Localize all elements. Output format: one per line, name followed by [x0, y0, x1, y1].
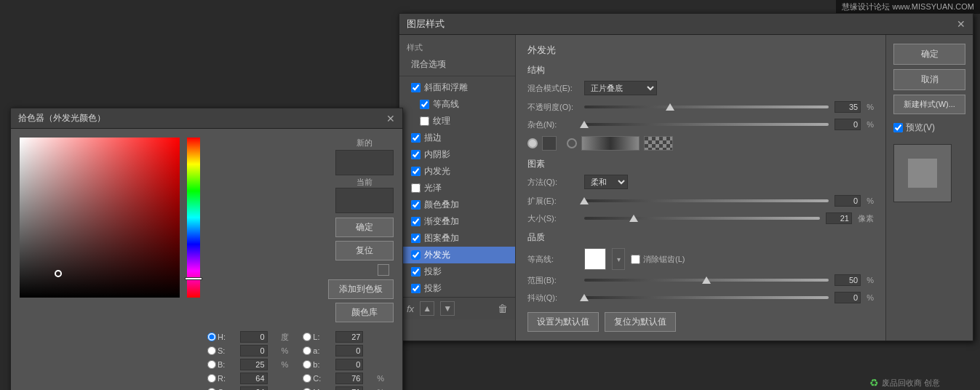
- fx-down-button[interactable]: ▼: [440, 301, 455, 316]
- color-overlay-item[interactable]: 颜色叠加: [399, 196, 515, 213]
- color-options-icon[interactable]: [378, 264, 389, 276]
- jitter-slider-track[interactable]: [584, 296, 829, 299]
- jitter-slider-thumb[interactable]: [580, 294, 589, 301]
- spread-slider-thumb[interactable]: [580, 197, 589, 204]
- pattern-overlay-item[interactable]: 图案叠加: [399, 230, 515, 247]
- spread-slider-track[interactable]: [584, 199, 829, 202]
- m-input[interactable]: [335, 386, 363, 390]
- set-default-button[interactable]: 设置为默认值: [527, 312, 599, 332]
- satin-item[interactable]: 光泽: [399, 180, 515, 196]
- b-radio[interactable]: [207, 360, 216, 369]
- contour-checkbox[interactable]: [420, 100, 429, 109]
- h-input[interactable]: [240, 331, 268, 343]
- s-radio-label[interactable]: S:: [207, 346, 236, 355]
- a-radio-label[interactable]: a:: [303, 346, 331, 355]
- drop-shadow-1-checkbox[interactable]: [411, 267, 421, 276]
- anti-alias-label[interactable]: 消除锯齿(L): [631, 254, 685, 265]
- l-radio-label[interactable]: L:: [303, 333, 331, 341]
- l-radio[interactable]: [303, 333, 311, 341]
- opacity-slider-track[interactable]: [584, 106, 829, 108]
- spread-input[interactable]: [834, 195, 861, 207]
- pattern-overlay-checkbox[interactable]: [411, 234, 421, 243]
- h-radio[interactable]: [207, 333, 216, 341]
- reset-default-button[interactable]: 复位为默认值: [605, 312, 676, 332]
- texture-item[interactable]: 纹理: [399, 113, 515, 130]
- gradient-swatch-check[interactable]: [644, 136, 673, 151]
- r-input[interactable]: [240, 373, 268, 384]
- opacity-input[interactable]: [834, 101, 861, 113]
- h-radio-label[interactable]: H:: [207, 333, 236, 341]
- hue-slider[interactable]: [187, 138, 200, 298]
- g-input[interactable]: [240, 386, 268, 390]
- color-library-button[interactable]: 颜色库: [335, 303, 394, 322]
- c-input[interactable]: [335, 373, 363, 384]
- s-radio[interactable]: [207, 346, 216, 355]
- size-slider-track[interactable]: [584, 217, 820, 220]
- blend-options-item[interactable]: 混合选项: [399, 56, 515, 73]
- color-gradient-picker[interactable]: [20, 138, 180, 298]
- b3-input[interactable]: [335, 359, 363, 370]
- c-radio-label[interactable]: C:: [303, 374, 331, 383]
- inner-glow-checkbox[interactable]: [411, 167, 421, 176]
- range-slider-track[interactable]: [584, 279, 829, 282]
- range-input[interactable]: [834, 274, 861, 286]
- ls-cancel-button[interactable]: 取消: [893, 69, 965, 90]
- color-picker-close-button[interactable]: ✕: [386, 114, 395, 124]
- anti-alias-checkbox[interactable]: [631, 255, 640, 264]
- outer-glow-checkbox[interactable]: [411, 250, 421, 260]
- noise-input[interactable]: [834, 119, 861, 130]
- contour-preview[interactable]: [584, 248, 606, 270]
- gradient-radio[interactable]: [567, 138, 577, 148]
- range-slider-thumb[interactable]: [702, 276, 711, 284]
- drop-shadow-2-checkbox[interactable]: [411, 284, 421, 293]
- r-radio[interactable]: [207, 374, 216, 383]
- new-color-swatch[interactable]: [335, 150, 394, 175]
- stroke-item[interactable]: 描边: [399, 130, 515, 146]
- ls-new-style-button[interactable]: 新建样式(W)...: [893, 95, 965, 114]
- inner-shadow-checkbox[interactable]: [411, 150, 421, 159]
- blend-mode-select[interactable]: 正片叠底: [584, 81, 657, 95]
- stroke-checkbox[interactable]: [411, 133, 421, 143]
- color-overlay-checkbox[interactable]: [411, 200, 421, 210]
- noise-slider-track[interactable]: [584, 123, 829, 126]
- l-input[interactable]: [335, 331, 363, 343]
- outer-glow-item[interactable]: 外发光: [399, 247, 515, 263]
- b3-radio-label[interactable]: b:: [303, 360, 331, 369]
- inner-glow-item[interactable]: 内发光: [399, 163, 515, 180]
- size-slider-thumb[interactable]: [629, 215, 638, 222]
- bevel-emboss-item[interactable]: 斜面和浮雕: [399, 79, 515, 96]
- drop-shadow-item-2[interactable]: 投影: [399, 280, 515, 297]
- b3-radio[interactable]: [303, 360, 311, 369]
- color-picker-reset-button[interactable]: 复位: [335, 241, 394, 260]
- a-radio[interactable]: [303, 346, 311, 355]
- gradient-swatch[interactable]: [581, 136, 640, 151]
- jitter-input[interactable]: [834, 292, 861, 303]
- size-input[interactable]: [826, 212, 852, 224]
- satin-checkbox[interactable]: [411, 183, 421, 193]
- gradient-overlay-checkbox[interactable]: [411, 217, 421, 226]
- method-select[interactable]: 柔和: [584, 175, 628, 189]
- texture-checkbox[interactable]: [420, 116, 429, 126]
- a-input[interactable]: [335, 345, 363, 357]
- add-to-swatch-button[interactable]: 添加到色板: [328, 279, 394, 299]
- preview-checkbox[interactable]: [893, 123, 903, 132]
- fx-up-button[interactable]: ▲: [420, 301, 434, 316]
- b-input[interactable]: [240, 359, 268, 370]
- glow-color-swatch[interactable]: [542, 136, 557, 151]
- c-radio[interactable]: [303, 374, 311, 383]
- layer-style-close-button[interactable]: ✕: [957, 19, 965, 29]
- color-picker-confirm-button[interactable]: 确定: [335, 218, 394, 237]
- noise-slider-thumb[interactable]: [580, 121, 589, 128]
- inner-shadow-item[interactable]: 内阴影: [399, 146, 515, 163]
- drop-shadow-item-1[interactable]: 投影: [399, 263, 515, 280]
- b-radio-label[interactable]: B:: [207, 360, 236, 369]
- preview-checkbox-label[interactable]: 预览(V): [893, 122, 965, 134]
- contour-item[interactable]: 等高线: [399, 96, 515, 113]
- ls-confirm-button[interactable]: 确定: [893, 44, 965, 65]
- bevel-emboss-checkbox[interactable]: [411, 83, 421, 92]
- contour-dropdown[interactable]: ▾: [612, 248, 625, 270]
- opacity-slider-thumb[interactable]: [666, 103, 674, 111]
- solid-color-radio[interactable]: [527, 138, 538, 148]
- r-radio-label[interactable]: R:: [207, 374, 236, 383]
- fx-trash-icon[interactable]: 🗑: [498, 303, 508, 314]
